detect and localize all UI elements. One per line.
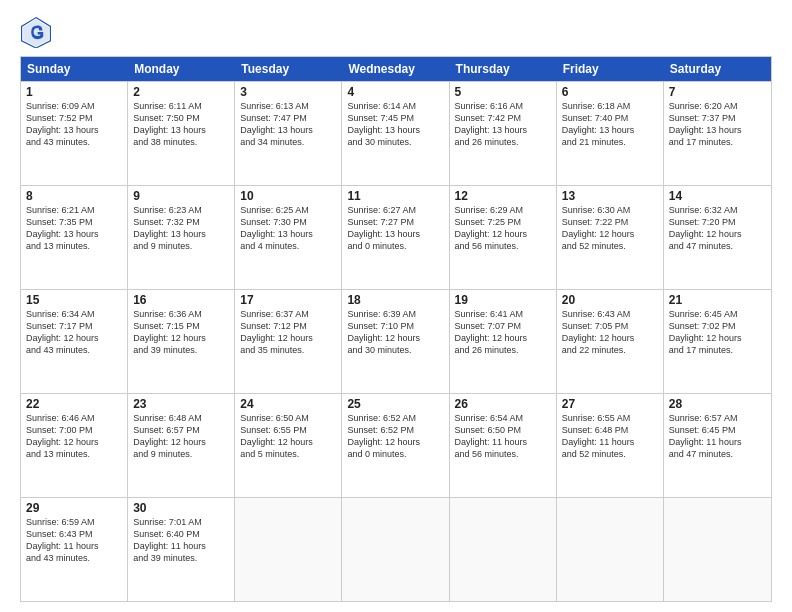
calendar-body: 1Sunrise: 6:09 AMSunset: 7:52 PMDaylight…	[21, 81, 771, 601]
day-info: Sunrise: 6:20 AMSunset: 7:37 PMDaylight:…	[669, 100, 766, 149]
day-number: 23	[133, 397, 229, 411]
day-number: 14	[669, 189, 766, 203]
day-number: 9	[133, 189, 229, 203]
calendar-cell-day-9: 9Sunrise: 6:23 AMSunset: 7:32 PMDaylight…	[128, 186, 235, 289]
calendar-cell-day-26: 26Sunrise: 6:54 AMSunset: 6:50 PMDayligh…	[450, 394, 557, 497]
calendar-cell-day-30: 30Sunrise: 7:01 AMSunset: 6:40 PMDayligh…	[128, 498, 235, 601]
day-info: Sunrise: 6:25 AMSunset: 7:30 PMDaylight:…	[240, 204, 336, 253]
day-number: 18	[347, 293, 443, 307]
day-info: Sunrise: 6:14 AMSunset: 7:45 PMDaylight:…	[347, 100, 443, 149]
day-info: Sunrise: 6:30 AMSunset: 7:22 PMDaylight:…	[562, 204, 658, 253]
calendar-cell-day-12: 12Sunrise: 6:29 AMSunset: 7:25 PMDayligh…	[450, 186, 557, 289]
day-info: Sunrise: 6:37 AMSunset: 7:12 PMDaylight:…	[240, 308, 336, 357]
weekday-header-monday: Monday	[128, 57, 235, 81]
calendar-header: SundayMondayTuesdayWednesdayThursdayFrid…	[21, 57, 771, 81]
day-info: Sunrise: 6:41 AMSunset: 7:07 PMDaylight:…	[455, 308, 551, 357]
calendar-cell-day-4: 4Sunrise: 6:14 AMSunset: 7:45 PMDaylight…	[342, 82, 449, 185]
day-number: 8	[26, 189, 122, 203]
calendar-cell-day-11: 11Sunrise: 6:27 AMSunset: 7:27 PMDayligh…	[342, 186, 449, 289]
calendar-cell-day-8: 8Sunrise: 6:21 AMSunset: 7:35 PMDaylight…	[21, 186, 128, 289]
generalblue-icon	[20, 16, 52, 48]
day-info: Sunrise: 6:39 AMSunset: 7:10 PMDaylight:…	[347, 308, 443, 357]
calendar-cell-day-14: 14Sunrise: 6:32 AMSunset: 7:20 PMDayligh…	[664, 186, 771, 289]
calendar-row-2: 8Sunrise: 6:21 AMSunset: 7:35 PMDaylight…	[21, 185, 771, 289]
day-info: Sunrise: 6:18 AMSunset: 7:40 PMDaylight:…	[562, 100, 658, 149]
day-number: 17	[240, 293, 336, 307]
day-number: 27	[562, 397, 658, 411]
calendar-row-4: 22Sunrise: 6:46 AMSunset: 7:00 PMDayligh…	[21, 393, 771, 497]
calendar-row-3: 15Sunrise: 6:34 AMSunset: 7:17 PMDayligh…	[21, 289, 771, 393]
day-info: Sunrise: 6:34 AMSunset: 7:17 PMDaylight:…	[26, 308, 122, 357]
calendar-cell-day-29: 29Sunrise: 6:59 AMSunset: 6:43 PMDayligh…	[21, 498, 128, 601]
calendar-cell-day-1: 1Sunrise: 6:09 AMSunset: 7:52 PMDaylight…	[21, 82, 128, 185]
logo	[20, 16, 56, 48]
calendar-cell-day-22: 22Sunrise: 6:46 AMSunset: 7:00 PMDayligh…	[21, 394, 128, 497]
day-info: Sunrise: 6:11 AMSunset: 7:50 PMDaylight:…	[133, 100, 229, 149]
calendar-cell-day-16: 16Sunrise: 6:36 AMSunset: 7:15 PMDayligh…	[128, 290, 235, 393]
day-number: 10	[240, 189, 336, 203]
day-number: 29	[26, 501, 122, 515]
calendar-cell-day-18: 18Sunrise: 6:39 AMSunset: 7:10 PMDayligh…	[342, 290, 449, 393]
day-number: 11	[347, 189, 443, 203]
day-number: 22	[26, 397, 122, 411]
weekday-header-saturday: Saturday	[664, 57, 771, 81]
day-info: Sunrise: 6:59 AMSunset: 6:43 PMDaylight:…	[26, 516, 122, 565]
day-number: 24	[240, 397, 336, 411]
day-number: 19	[455, 293, 551, 307]
calendar-row-1: 1Sunrise: 6:09 AMSunset: 7:52 PMDaylight…	[21, 81, 771, 185]
calendar-cell-day-28: 28Sunrise: 6:57 AMSunset: 6:45 PMDayligh…	[664, 394, 771, 497]
day-info: Sunrise: 6:09 AMSunset: 7:52 PMDaylight:…	[26, 100, 122, 149]
day-info: Sunrise: 7:01 AMSunset: 6:40 PMDaylight:…	[133, 516, 229, 565]
calendar-cell-day-13: 13Sunrise: 6:30 AMSunset: 7:22 PMDayligh…	[557, 186, 664, 289]
day-info: Sunrise: 6:52 AMSunset: 6:52 PMDaylight:…	[347, 412, 443, 461]
calendar-cell-empty	[664, 498, 771, 601]
day-info: Sunrise: 6:32 AMSunset: 7:20 PMDaylight:…	[669, 204, 766, 253]
calendar-cell-day-24: 24Sunrise: 6:50 AMSunset: 6:55 PMDayligh…	[235, 394, 342, 497]
weekday-header-friday: Friday	[557, 57, 664, 81]
calendar-cell-day-5: 5Sunrise: 6:16 AMSunset: 7:42 PMDaylight…	[450, 82, 557, 185]
calendar-cell-day-17: 17Sunrise: 6:37 AMSunset: 7:12 PMDayligh…	[235, 290, 342, 393]
day-number: 28	[669, 397, 766, 411]
day-info: Sunrise: 6:45 AMSunset: 7:02 PMDaylight:…	[669, 308, 766, 357]
day-number: 5	[455, 85, 551, 99]
calendar-cell-day-6: 6Sunrise: 6:18 AMSunset: 7:40 PMDaylight…	[557, 82, 664, 185]
weekday-header-tuesday: Tuesday	[235, 57, 342, 81]
day-info: Sunrise: 6:27 AMSunset: 7:27 PMDaylight:…	[347, 204, 443, 253]
day-number: 6	[562, 85, 658, 99]
calendar-cell-day-7: 7Sunrise: 6:20 AMSunset: 7:37 PMDaylight…	[664, 82, 771, 185]
day-number: 25	[347, 397, 443, 411]
day-info: Sunrise: 6:16 AMSunset: 7:42 PMDaylight:…	[455, 100, 551, 149]
day-number: 1	[26, 85, 122, 99]
day-number: 20	[562, 293, 658, 307]
calendar-cell-empty	[235, 498, 342, 601]
calendar-row-5: 29Sunrise: 6:59 AMSunset: 6:43 PMDayligh…	[21, 497, 771, 601]
day-info: Sunrise: 6:43 AMSunset: 7:05 PMDaylight:…	[562, 308, 658, 357]
day-info: Sunrise: 6:36 AMSunset: 7:15 PMDaylight:…	[133, 308, 229, 357]
day-info: Sunrise: 6:55 AMSunset: 6:48 PMDaylight:…	[562, 412, 658, 461]
calendar-cell-empty	[342, 498, 449, 601]
calendar-cell-day-10: 10Sunrise: 6:25 AMSunset: 7:30 PMDayligh…	[235, 186, 342, 289]
calendar-cell-day-25: 25Sunrise: 6:52 AMSunset: 6:52 PMDayligh…	[342, 394, 449, 497]
day-info: Sunrise: 6:50 AMSunset: 6:55 PMDaylight:…	[240, 412, 336, 461]
day-info: Sunrise: 6:48 AMSunset: 6:57 PMDaylight:…	[133, 412, 229, 461]
calendar-cell-day-23: 23Sunrise: 6:48 AMSunset: 6:57 PMDayligh…	[128, 394, 235, 497]
calendar-cell-day-27: 27Sunrise: 6:55 AMSunset: 6:48 PMDayligh…	[557, 394, 664, 497]
calendar-cell-day-19: 19Sunrise: 6:41 AMSunset: 7:07 PMDayligh…	[450, 290, 557, 393]
day-info: Sunrise: 6:13 AMSunset: 7:47 PMDaylight:…	[240, 100, 336, 149]
calendar-cell-empty	[557, 498, 664, 601]
day-info: Sunrise: 6:29 AMSunset: 7:25 PMDaylight:…	[455, 204, 551, 253]
day-number: 26	[455, 397, 551, 411]
day-info: Sunrise: 6:46 AMSunset: 7:00 PMDaylight:…	[26, 412, 122, 461]
calendar-cell-day-3: 3Sunrise: 6:13 AMSunset: 7:47 PMDaylight…	[235, 82, 342, 185]
weekday-header-thursday: Thursday	[450, 57, 557, 81]
day-number: 30	[133, 501, 229, 515]
day-number: 16	[133, 293, 229, 307]
day-number: 15	[26, 293, 122, 307]
day-number: 2	[133, 85, 229, 99]
day-number: 13	[562, 189, 658, 203]
calendar-cell-day-20: 20Sunrise: 6:43 AMSunset: 7:05 PMDayligh…	[557, 290, 664, 393]
day-number: 7	[669, 85, 766, 99]
calendar-cell-day-15: 15Sunrise: 6:34 AMSunset: 7:17 PMDayligh…	[21, 290, 128, 393]
calendar-cell-day-2: 2Sunrise: 6:11 AMSunset: 7:50 PMDaylight…	[128, 82, 235, 185]
day-number: 3	[240, 85, 336, 99]
